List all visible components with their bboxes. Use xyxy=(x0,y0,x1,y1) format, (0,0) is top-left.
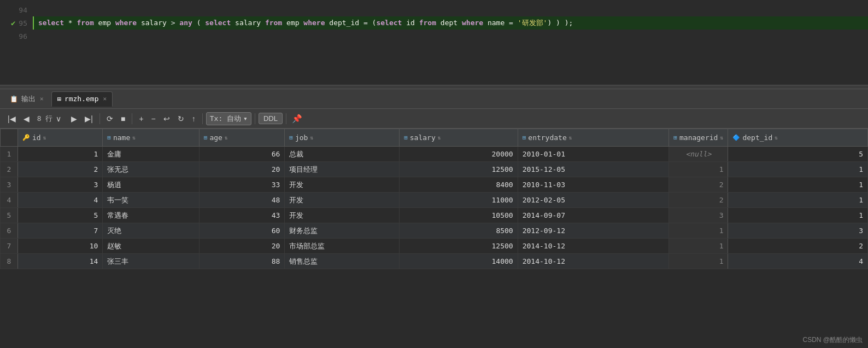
col-deptid-label: dept_id xyxy=(742,134,772,142)
editor-result-divider xyxy=(0,85,868,89)
tab-rmzh-close[interactable]: ✕ xyxy=(103,95,107,102)
first-btn[interactable]: |◀ xyxy=(4,112,19,125)
line-96: 96 xyxy=(19,32,27,40)
col-deptid-sort[interactable]: ⇅ xyxy=(775,135,778,141)
tbl-emp: emp xyxy=(98,16,111,30)
cell-rownum: 7 xyxy=(1,239,18,254)
cell-name: 常遇春 xyxy=(103,208,200,223)
table-row[interactable]: 7 10 赵敏 20 市场部总监 12500 2014-10-12 1 2 xyxy=(1,239,868,254)
col-salary-sort[interactable]: ⇅ xyxy=(438,135,441,141)
refresh-btn[interactable]: ⟳ xyxy=(103,112,116,125)
ddl-btn[interactable]: DDL xyxy=(259,113,283,124)
col-deptid-icon: 🔷 xyxy=(732,134,740,141)
cell-id: 4 xyxy=(18,193,103,208)
table-row[interactable]: 3 3 杨逍 33 开发 8400 2010-11-03 2 1 xyxy=(1,177,868,193)
table-row[interactable]: 4 4 韦一笑 48 开发 11000 2012-02-05 2 1 xyxy=(1,193,868,208)
col-salary-header[interactable]: ⊞ salary ⇅ xyxy=(400,129,518,147)
col-deptid-header[interactable]: 🔷 dept_id ⇅ xyxy=(728,129,868,147)
tx-label: Tx: 自动 xyxy=(210,114,241,124)
pin-btn[interactable]: 📌 xyxy=(290,112,304,126)
row-expand-btn[interactable]: ∨ xyxy=(54,113,63,124)
cell-age: 60 xyxy=(199,223,284,239)
remove-btn[interactable]: − xyxy=(148,112,159,125)
table-row[interactable]: 5 5 常遇春 43 开发 10500 2014-09-07 3 1 xyxy=(1,208,868,223)
cell-age: 20 xyxy=(199,162,284,177)
cell-entrydate: 2015-12-05 xyxy=(518,162,669,177)
stop-btn[interactable]: ■ xyxy=(118,112,128,125)
editor-section: 94 ✔ 95 96 select * from emp where salar… xyxy=(0,0,868,85)
col-age-header[interactable]: ⊞ age ⇅ xyxy=(199,129,284,147)
sep2 xyxy=(132,113,132,124)
row-count: 8 行 xyxy=(37,114,53,124)
paren-open2: ( xyxy=(372,16,377,30)
kw-where2: where xyxy=(303,16,325,30)
undo-btn[interactable]: ↩ xyxy=(160,112,173,125)
code-line-94 xyxy=(33,3,868,16)
main-layout: 94 ✔ 95 96 select * from emp where salar… xyxy=(0,0,868,348)
cell-rownum: 8 xyxy=(1,254,18,269)
line-num-94: 94 xyxy=(0,3,33,16)
cell-entrydate: 2010-11-03 xyxy=(518,177,669,193)
col-entrydate-sort[interactable]: ⇅ xyxy=(569,135,572,141)
data-table: 🔑 id ⇅ ⊞ name ⇅ xyxy=(0,129,868,269)
col-salary-icon: ⊞ xyxy=(404,134,408,141)
kw-from: from xyxy=(77,16,93,30)
col-entrydate-header[interactable]: ⊞ entrydate ⇅ xyxy=(518,129,669,147)
add-btn[interactable]: + xyxy=(136,112,146,125)
cell-rownum: 6 xyxy=(1,223,18,239)
table-row[interactable]: 8 14 张三丰 88 销售总监 14000 2014-10-12 1 4 xyxy=(1,254,868,269)
code-line-95[interactable]: select * from emp where salary > any ( s… xyxy=(33,16,868,30)
cell-deptid: 1 xyxy=(728,208,868,223)
col-age-sort[interactable]: ⇅ xyxy=(225,135,228,141)
output-tab-icon: 📋 xyxy=(10,95,18,103)
upload-btn[interactable]: ↑ xyxy=(189,112,199,125)
rmzh-tab-icon: ⊞ xyxy=(57,95,61,103)
col-job-header[interactable]: ⊞ job ⇅ xyxy=(285,129,400,147)
cell-entrydate: 2012-09-12 xyxy=(518,223,669,239)
cell-salary: 12500 xyxy=(400,239,518,254)
cell-age: 88 xyxy=(199,254,284,269)
col-managerid-header[interactable]: ⊞ managerid ⇅ xyxy=(669,129,728,147)
col-managerid-sort[interactable]: ⇅ xyxy=(720,135,723,141)
col-id: id xyxy=(406,16,415,30)
data-table-container[interactable]: 🔑 id ⇅ ⊞ name ⇅ xyxy=(0,129,868,348)
line-numbers: 94 ✔ 95 96 xyxy=(0,0,33,85)
cell-deptid: 1 xyxy=(728,193,868,208)
tab-rmzh-emp[interactable]: ⊞ rmzh.emp ✕ xyxy=(51,91,113,107)
col-name-sort[interactable]: ⇅ xyxy=(132,135,136,141)
tab-output-label: 输出 xyxy=(21,94,36,104)
last-btn[interactable]: ▶| xyxy=(81,112,96,125)
col-managerid-icon: ⊞ xyxy=(673,134,677,141)
table-header: 🔑 id ⇅ ⊞ name ⇅ xyxy=(1,129,868,147)
redo-btn[interactable]: ↻ xyxy=(174,112,187,125)
cell-name: 金庸 xyxy=(103,147,200,162)
prev-btn[interactable]: ◀ xyxy=(20,112,33,125)
next-btn[interactable]: ▶ xyxy=(68,112,80,125)
tx-dropdown[interactable]: Tx: 自动 ▾ xyxy=(206,112,251,125)
code-content[interactable]: select * from emp where salary > any ( s… xyxy=(33,0,868,85)
op-gt: > xyxy=(171,16,175,30)
cell-job: 开发 xyxy=(285,177,400,193)
col-id-sort[interactable]: ⇅ xyxy=(43,135,46,141)
col-salary: salary xyxy=(141,16,167,30)
tab-output-close[interactable]: ✕ xyxy=(40,95,44,102)
line-94: 94 xyxy=(19,6,27,14)
table-row[interactable]: 6 7 灭绝 60 财务总监 8500 2012-09-12 1 3 xyxy=(1,223,868,239)
cell-salary: 8500 xyxy=(400,223,518,239)
cell-age: 33 xyxy=(199,177,284,193)
col-job-sort[interactable]: ⇅ xyxy=(310,135,313,141)
col-entrydate-label: entrydate xyxy=(528,134,566,142)
col-id-header[interactable]: 🔑 id ⇅ xyxy=(18,129,103,147)
str-val: '研发部' xyxy=(518,16,548,30)
check-icon-95: ✔ xyxy=(11,19,15,27)
col-id-key-icon: 🔑 xyxy=(22,134,30,141)
cell-id: 7 xyxy=(18,223,103,239)
kw-select3: select xyxy=(376,16,402,30)
table-row[interactable]: 2 2 张无忌 20 项目经理 12500 2015-12-05 1 1 xyxy=(1,162,868,177)
table-row[interactable]: 1 1 金庸 66 总裁 20000 2010-01-01 <null> 5 xyxy=(1,147,868,162)
tab-output[interactable]: 📋 输出 ✕ xyxy=(4,91,49,107)
col-name-header[interactable]: ⊞ name ⇅ xyxy=(103,129,200,147)
col-name-icon: ⊞ xyxy=(107,134,111,141)
cell-id: 1 xyxy=(18,147,103,162)
cell-managerid: <null> xyxy=(669,147,728,162)
